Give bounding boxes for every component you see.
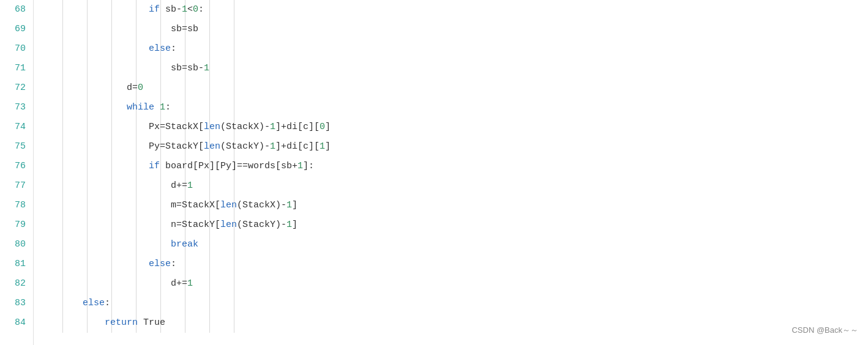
line-number: 71 <box>5 59 26 78</box>
line-number: 68 <box>5 0 26 20</box>
indent-guide <box>63 313 88 333</box>
line-number: 72 <box>5 78 26 98</box>
indent-guide <box>39 0 63 20</box>
indent-guide <box>63 196 88 215</box>
line-text: if board[Px][Py]==words[sb+1]: <box>149 157 314 176</box>
line-text: d=0 <box>127 78 143 98</box>
watermark: CSDN @Back～～ <box>791 321 858 340</box>
indent-guide <box>112 215 137 235</box>
indent-guide <box>88 98 112 117</box>
line-number: 80 <box>5 235 26 254</box>
code-line: Py=StackY[len(StackY)-1]+di[c][1] <box>34 137 868 157</box>
line-text: m=StackX[len(StackX)-1] <box>171 196 297 215</box>
indent-guide <box>185 78 210 98</box>
indent-guide <box>63 274 88 294</box>
indent-guide <box>88 235 112 254</box>
line-number: 73 <box>5 98 26 117</box>
code-line: d=0 <box>34 78 868 98</box>
indent-guide <box>88 157 112 176</box>
line-text: break <box>171 235 198 254</box>
indent-guide <box>161 294 185 313</box>
indent-guide <box>39 39 63 59</box>
indent-guide <box>39 157 63 176</box>
line-number: 74 <box>5 117 26 137</box>
indent-guide <box>63 235 88 254</box>
indent-guide <box>88 78 112 98</box>
indent-guide <box>185 313 210 333</box>
line-number: 76 <box>5 157 26 176</box>
line-text: sb=sb-1 <box>171 59 209 78</box>
line-text: else: <box>83 294 110 313</box>
indent-guide <box>63 39 88 59</box>
code-line: Px=StackX[len(StackX)-1]+di[c][0] <box>34 117 868 137</box>
code-lines: if sb-1<0:sb=sbelse:sb=sb-1d=0while 1:Px… <box>34 0 868 333</box>
indent-guide <box>63 59 88 78</box>
line-number: 75 <box>5 137 26 157</box>
line-number: 69 <box>5 20 26 39</box>
indent-guide <box>112 274 137 294</box>
indent-guide <box>88 215 112 235</box>
indent-guide <box>137 20 161 39</box>
indent-guide <box>88 196 112 215</box>
indent-guide <box>137 59 161 78</box>
code-line: m=StackX[len(StackX)-1] <box>34 196 868 215</box>
indent-guide <box>137 235 161 254</box>
code-line: sb=sb <box>34 20 868 39</box>
indent-guide <box>137 294 161 313</box>
indent-guide <box>112 0 137 20</box>
indent-guide <box>112 254 137 274</box>
indent-guide <box>112 39 137 59</box>
indent-guide <box>185 39 210 59</box>
line-text: return True <box>105 313 165 333</box>
line-text: d+=1 <box>171 274 193 294</box>
code-line: break <box>34 235 868 254</box>
indent-guide <box>88 39 112 59</box>
code-line: while 1: <box>34 98 868 117</box>
indent-guide <box>39 98 63 117</box>
indent-guide <box>210 0 234 20</box>
indent-guide <box>210 294 234 313</box>
indent-guide <box>39 254 63 274</box>
indent-guide <box>210 235 234 254</box>
line-number: 83 <box>5 294 26 313</box>
code-line: else: <box>34 294 868 313</box>
indent-guide <box>88 254 112 274</box>
indent-guide <box>88 176 112 196</box>
indent-guide <box>112 117 137 137</box>
indent-guide <box>112 59 137 78</box>
code-line: else: <box>34 254 868 274</box>
indent-guide <box>39 137 63 157</box>
indent-guide <box>39 294 63 313</box>
line-number: 81 <box>5 254 26 274</box>
indent-guide <box>63 254 88 274</box>
indent-guide <box>63 98 88 117</box>
indent-guide <box>88 274 112 294</box>
indent-guide <box>39 313 63 333</box>
code-line: if board[Px][Py]==words[sb+1]: <box>34 157 868 176</box>
line-text: Py=StackY[len(StackY)-1]+di[c][1] <box>149 137 331 157</box>
indent-guide <box>137 196 161 215</box>
line-number: 79 <box>5 215 26 235</box>
indent-guide <box>210 78 234 98</box>
code-editor: 6869707172737475767778798081828384 if sb… <box>0 0 868 345</box>
line-text: else: <box>149 39 176 59</box>
indent-guide <box>185 254 210 274</box>
code-line: return True <box>34 313 868 333</box>
indent-guide <box>39 196 63 215</box>
indent-guide <box>210 176 234 196</box>
code-line: d+=1 <box>34 176 868 196</box>
indent-guide <box>210 20 234 39</box>
indent-guide <box>112 294 137 313</box>
indent-guide <box>39 20 63 39</box>
indent-guide <box>63 20 88 39</box>
code-line: n=StackY[len(StackY)-1] <box>34 215 868 235</box>
indent-guide <box>112 20 137 39</box>
indent-guide <box>39 215 63 235</box>
indent-guide <box>88 20 112 39</box>
code-line: d+=1 <box>34 274 868 294</box>
indent-guide <box>63 0 88 20</box>
code-line: if sb-1<0: <box>34 0 868 20</box>
line-text: sb=sb <box>171 20 198 39</box>
indent-guide <box>63 117 88 137</box>
line-number: 70 <box>5 39 26 59</box>
